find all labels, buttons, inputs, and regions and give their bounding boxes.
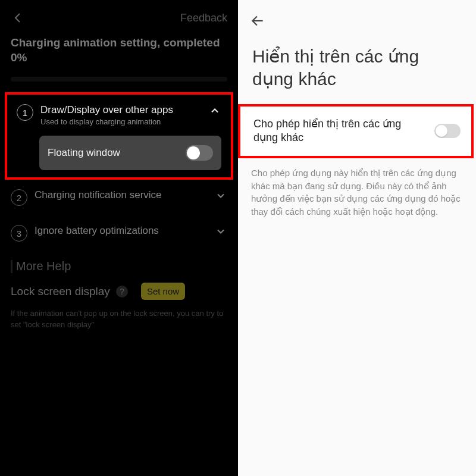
dim-section-top: Feedback Charging animation setting, com… — [0, 0, 238, 82]
right-topbar — [238, 0, 476, 35]
divider-bar — [11, 260, 12, 273]
step2-title: Charging notification service — [35, 189, 207, 201]
back-icon[interactable] — [250, 20, 265, 30]
floating-window-card[interactable]: Floating window — [39, 136, 221, 170]
chevron-down-icon[interactable] — [214, 225, 227, 238]
step2-text: Charging notification service — [35, 189, 207, 201]
left-screen: Feedback Charging animation setting, com… — [0, 0, 238, 476]
back-icon[interactable] — [11, 11, 25, 25]
step1-number: 1 — [17, 104, 33, 121]
set-now-button[interactable]: Set now — [141, 283, 185, 300]
step2-number: 2 — [11, 189, 27, 206]
help-icon[interactable]: ? — [116, 286, 128, 298]
lock-screen-help-text: If the animation can't pop up on the loc… — [0, 306, 238, 330]
step2-row[interactable]: 2 Charging notification service — [0, 180, 238, 215]
step3-title: Ignore battery optimizations — [35, 225, 207, 237]
step3-number: 3 — [11, 225, 27, 242]
permission-label: Cho phép hiển thị trên các ứng dụng khác — [253, 117, 427, 145]
permission-toggle[interactable] — [434, 124, 461, 138]
right-page-title: Hiển thị trên các ứng dụng khác — [238, 35, 476, 104]
chevron-down-icon[interactable] — [214, 189, 227, 202]
more-help-heading: More Help — [0, 251, 238, 277]
lock-screen-label: Lock screen display — [11, 285, 110, 298]
page-title: Charging animation setting, completed 0% — [0, 30, 238, 68]
step1-row[interactable]: 1 Draw/Display over other apps Used to d… — [11, 98, 227, 132]
step1-title: Draw/Display over other apps — [40, 104, 201, 116]
feedback-link[interactable]: Feedback — [180, 12, 227, 24]
highlight-step1: 1 Draw/Display over other apps Used to d… — [5, 92, 233, 180]
permission-row[interactable]: Cho phép hiển thị trên các ứng dụng khác — [240, 107, 471, 156]
permission-description: Cho phép ứng dụng này hiển thị trên các … — [238, 158, 476, 218]
step3-row[interactable]: 3 Ignore battery optimizations — [0, 215, 238, 251]
dim-section-bottom: 2 Charging notification service 3 Ignore… — [0, 180, 238, 330]
floating-window-label: Floating window — [48, 147, 120, 159]
highlight-permission: Cho phép hiển thị trên các ứng dụng khác — [238, 104, 474, 158]
step1-text: Draw/Display over other apps Used to dis… — [40, 104, 201, 126]
topbar: Feedback — [0, 0, 238, 30]
floating-window-toggle[interactable] — [186, 145, 213, 161]
chevron-up-icon[interactable] — [208, 104, 221, 117]
step3-text: Ignore battery optimizations — [35, 225, 207, 237]
more-help-label: More Help — [16, 259, 71, 273]
progress-bar — [11, 77, 227, 82]
right-screen: Hiển thị trên các ứng dụng khác Cho phép… — [238, 0, 476, 476]
lock-screen-row: Lock screen display ? Set now — [0, 277, 238, 306]
step1-subtitle: Used to display charging animation — [40, 117, 201, 126]
